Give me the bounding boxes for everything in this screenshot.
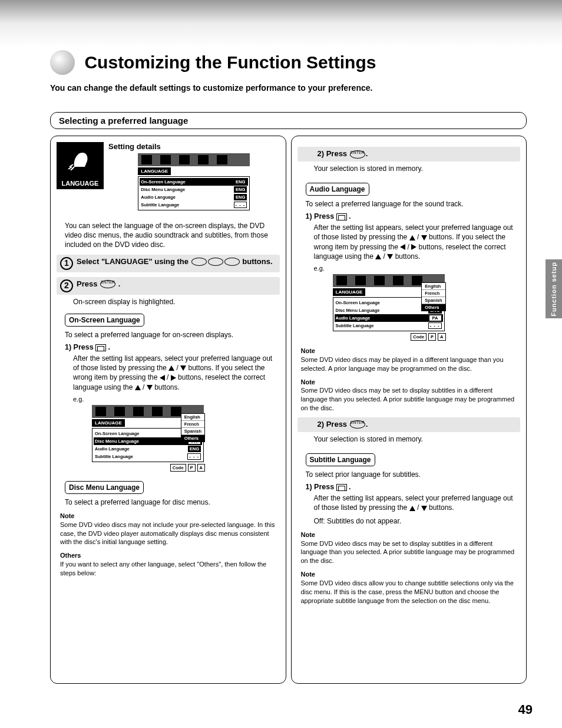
osd-row: Subtitle Language- - - [94, 453, 202, 460]
tab-picture-icon [160, 155, 171, 164]
header-gradient [0, 0, 562, 47]
right-icon [171, 375, 176, 381]
osd-menu: LANGUAGE On-Screen LanguageENG Disc Menu… [138, 153, 250, 210]
down-icon [387, 254, 393, 259]
osd-lang-tag: LANGUAGE [333, 288, 366, 296]
osd-tabs [138, 153, 250, 166]
up-icon [409, 506, 415, 511]
onscreen-body: To select a preferred language for on-sc… [65, 330, 277, 340]
subtitle-body: To select prior language for subtitles. [306, 470, 518, 479]
face-profile-icon [68, 147, 92, 170]
left-column: LANGUAGE Setting details LANGUAGE On-Scr [50, 136, 286, 684]
osd-row: Audio LanguageENG [140, 193, 248, 201]
tab-picture-icon [114, 407, 125, 416]
tab-audio-icon [179, 155, 190, 164]
lang-description: You can select the language of the on-sc… [65, 221, 277, 250]
step-2b: 2) Press ENTER. [297, 147, 521, 162]
right-arrow-button-icon [208, 258, 223, 266]
audio-note2: Note Some DVD video discs may be set to … [301, 378, 517, 413]
tab-parent-icon [198, 155, 209, 164]
page-title: Customizing the Function Settings [84, 52, 376, 73]
page-number: 49 [518, 702, 533, 717]
tab-language-icon [141, 155, 152, 164]
memory-button-icon [336, 213, 347, 220]
memory-button-icon [95, 344, 106, 351]
tab-operation-icon [412, 276, 422, 285]
step-num-icon: 1 [60, 257, 73, 270]
language-icon: LANGUAGE [57, 142, 104, 189]
page-header: Customizing the Function Settings [50, 50, 527, 75]
enter-button-icon: ENTER [100, 280, 115, 288]
content-columns: LANGUAGE Setting details LANGUAGE On-Scr [50, 136, 527, 684]
subtitle-off: Off: Subtitles do not appear. [314, 516, 518, 526]
discmenu-heading: Disc Menu Language [65, 481, 144, 494]
right-arrow-button-icon [224, 258, 240, 266]
onscreen-heading: On-Screen Language [65, 314, 144, 327]
audio-substep-1-body: After the setting list appears, select y… [314, 223, 518, 261]
audio-substep-1: 1) Press . [306, 212, 521, 220]
discmenu-others: Others If you want to select any other l… [60, 551, 276, 578]
tab-operation-icon [171, 407, 181, 416]
down-icon [421, 506, 427, 511]
osd-lang-tag: LANGUAGE [92, 419, 125, 427]
left-arrow-button-icon [191, 258, 207, 266]
substep-1-body: After the setting list appears, select y… [73, 354, 277, 392]
audio-body: To select a preferred language for the s… [306, 199, 518, 209]
right-icon [411, 244, 416, 250]
osd-code-row: Code P A [411, 333, 445, 341]
discmenu-body: To select a preferred language for disc … [65, 498, 277, 507]
subtitle-heading: Subtitle Language [306, 453, 375, 466]
subtitle-substep-1-body: After the setting list appears, select y… [314, 493, 518, 512]
step-num-icon: 2 [60, 279, 73, 292]
osd-row: Audio LanguageENG [94, 445, 202, 453]
step2-audio-body: Your selection is stored in memory. [314, 434, 518, 444]
down-icon [421, 235, 427, 241]
example-label: e.g. [314, 265, 521, 272]
subtitle-note2: Note Some DVD video discs allow you to c… [301, 570, 517, 605]
subtitle-substep-1: 1) Press . [306, 483, 521, 491]
tab-audio-icon [133, 407, 144, 416]
right-column: 2) Press ENTER. Your selection is stored… [291, 136, 527, 684]
osd-row: Disc Menu LanguageENG [140, 186, 248, 193]
enter-button-icon: ENTER [350, 150, 365, 159]
language-icon-label: LANGUAGE [62, 180, 99, 187]
osd-options-popup: English French Spanish Others [421, 282, 445, 311]
step2-body: On-screen display is highlighted. [73, 297, 277, 307]
side-tab-label: Function setup [550, 262, 557, 317]
section-head: LANGUAGE Setting details LANGUAGE On-Scr [57, 142, 280, 215]
tab-picture-icon [355, 276, 366, 285]
osd-row: On-Screen LanguageENG [140, 178, 248, 186]
selecting-language-header: Selecting a preferred language [50, 112, 527, 129]
tab-language-icon [336, 276, 347, 285]
example-label: e.g. [73, 396, 280, 403]
tab-language-icon [95, 407, 106, 416]
enter-button-icon: ENTER [350, 420, 365, 429]
tab-parent-icon [393, 276, 404, 285]
up-icon [135, 385, 141, 390]
tab-parent-icon [152, 407, 163, 416]
osd-rows: On-Screen LanguageENG Disc Menu Language… [138, 176, 250, 210]
osd-code-row: Code P A [170, 464, 205, 472]
audio-heading: Audio Language [306, 183, 369, 196]
up-icon [375, 254, 381, 259]
memory-button-icon [336, 484, 347, 491]
audio-note: Note Some DVD video discs may be played … [301, 347, 517, 373]
step2b-body: Your selection is stored in memory. [314, 164, 518, 173]
side-tab: Function setup [546, 259, 562, 318]
down-icon [147, 385, 153, 390]
title-bullet-icon [50, 50, 75, 75]
tab-audio-icon [374, 276, 385, 285]
down-icon [180, 365, 186, 371]
discmenu-note: Note Some DVD video discs may not includ… [60, 512, 276, 546]
subtitle-note: Note Some DVD video discs may be set to … [301, 531, 517, 565]
osd-options-popup: English French Spanish Others [181, 413, 205, 442]
intro-text: You can change the default settings to c… [50, 83, 527, 94]
osd-menu-audio-example: LANGUAGE On-Screen LanguageENG Disc Menu… [333, 274, 445, 331]
osd-row: Audio LanguagePA [335, 314, 443, 322]
tab-operation-icon [217, 155, 227, 164]
left-icon [160, 375, 165, 381]
step-2-audio: 2) Press ENTER. [297, 417, 521, 432]
step-1: 1 Select "LANGUAGE" using the buttons. [57, 255, 280, 272]
osd-lang-tag: LANGUAGE [138, 167, 171, 175]
setting-details-title: Setting details [108, 142, 280, 151]
